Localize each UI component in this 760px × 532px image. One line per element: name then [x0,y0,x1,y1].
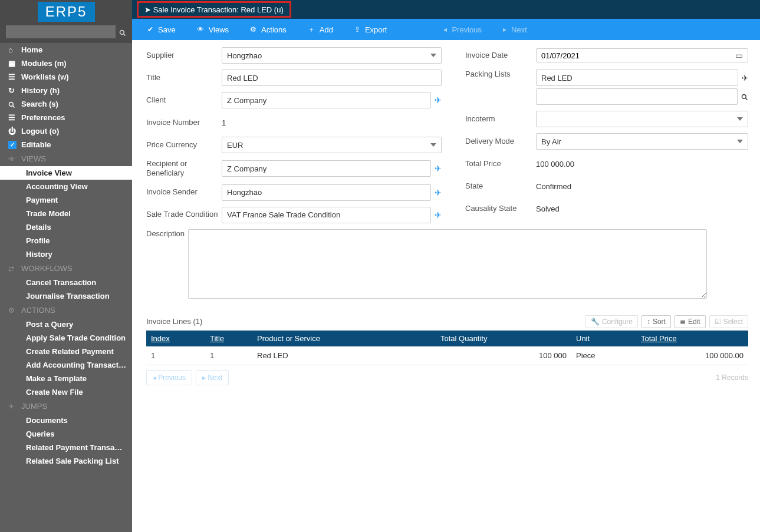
wf-journalise-transaction[interactable]: Journalise Transaction [0,289,132,303]
client-input[interactable] [222,92,431,108]
nav-main: ⌂Home ▦Modules (m) ☰Worklists (w) ↻Histo… [0,43,132,151]
nav-worklists[interactable]: ☰Worklists (w) [0,70,132,84]
search-icon[interactable] [741,92,748,101]
col-title[interactable]: Title [205,331,252,346]
recipient-input[interactable] [222,160,431,177]
main: ➤ Sale Invoice Transaction: Red LED (u) … [132,0,760,532]
invoice-date-field[interactable] [541,51,735,60]
label-title: Title [146,73,222,82]
jump-related-packing-list[interactable]: Related Sale Packing List [0,454,132,468]
svg-line-1 [124,34,126,35]
ac-create-new-file[interactable]: Create New File [0,385,132,399]
title-input[interactable] [222,70,442,86]
label-supplier: Supplier [146,51,222,60]
form-left-column: Supplier Hongzhao Title Client ✈ [146,47,442,305]
col-unit[interactable]: Unit [571,331,636,346]
sort-button[interactable]: ↕Sort [641,315,671,328]
ac-make-template[interactable]: Make a Template [0,372,132,385]
table-row[interactable]: 1 1 Red LED 100 000 Piece 100 000.00 [146,346,748,365]
packing-list-input-1[interactable] [536,70,738,86]
nav-logout[interactable]: ⏻Logout (o) [0,124,132,138]
check-square-icon: ☑ [715,318,721,326]
ac-post-query[interactable]: Post a Query [0,318,132,331]
view-profile[interactable]: Profile [0,234,132,247]
delivery-mode-select[interactable]: By Air [536,133,748,150]
incoterm-select[interactable] [536,111,748,127]
state-value: Confirmed [536,180,571,193]
nav-history[interactable]: ↻History (h) [0,84,132,97]
label-client: Client [146,95,222,105]
search-input[interactable] [6,25,116,38]
add-button[interactable]: ＋Add [297,25,344,35]
col-index[interactable]: Index [146,331,205,346]
ac-apply-sale-trade[interactable]: Apply Sale Trade Condition [0,331,132,345]
section-views: 👁VIEWS [0,151,132,166]
workflows-list: Cancel Transaction Journalise Transactio… [0,276,132,303]
export-button[interactable]: ⇪Export [344,25,398,34]
price-currency-select[interactable]: EUR [222,137,442,153]
nav-search[interactable]: Search (s) [0,97,132,111]
label-total-price: Total Price [465,159,536,168]
col-product[interactable]: Product or Service [252,331,436,346]
save-button[interactable]: ✔Save [137,25,186,34]
view-payment[interactable]: Payment [0,193,132,207]
invoice-date-input[interactable]: ▭ [536,48,748,62]
invoice-sender-input[interactable] [222,184,431,201]
view-details[interactable]: Details [0,220,132,234]
nav-home[interactable]: ⌂Home [0,43,132,57]
nav-preferences[interactable]: ☰Preferences [0,111,132,124]
form: Supplier Hongzhao Title Client ✈ [146,47,748,305]
search-icon[interactable] [116,27,126,37]
view-invoice-view[interactable]: Invoice View [0,166,132,180]
wf-cancel-transaction[interactable]: Cancel Transaction [0,276,132,289]
view-accounting-view[interactable]: Accounting View [0,180,132,193]
logo: ERP5 [38,2,95,22]
label-invoice-date: Invoice Date [465,51,536,60]
svg-point-2 [9,102,14,106]
search-nav-icon [8,100,21,108]
cogs-icon: ⚙ [8,306,21,315]
col-price[interactable]: Total Price [636,331,748,346]
packing-list-input-2[interactable] [536,88,738,105]
views-button[interactable]: 👁Views [186,25,239,34]
label-description: Description [146,229,188,239]
titlebar: ➤ Sale Invoice Transaction: Red LED (u) [132,0,760,19]
cell-index: 1 [146,346,205,365]
plane-icon[interactable]: ✈ [435,188,442,197]
logo-wrap: ERP5 [0,0,132,22]
plane-icon[interactable]: ✈ [435,95,442,105]
plane-icon[interactable]: ✈ [742,74,748,82]
ac-create-related-payment[interactable]: Create Related Payment [0,345,132,358]
jump-related-payment[interactable]: Related Payment Transaction [0,441,132,454]
view-trade-model[interactable]: Trade Model [0,207,132,220]
label-packing-lists: Packing Lists [465,70,536,79]
cogs-icon: ⚙ [250,25,256,34]
pager-next[interactable]: ▸ Next [196,370,229,385]
view-history[interactable]: History [0,247,132,261]
breadcrumb[interactable]: ➤ Sale Invoice Transaction: Red LED (u) [137,1,291,18]
next-button[interactable]: ▸Next [492,25,538,34]
actions-button[interactable]: ⚙Actions [239,25,297,34]
ac-add-accounting-line[interactable]: Add Accounting Transaction L... [0,358,132,372]
description-textarea[interactable] [188,229,707,299]
configure-button[interactable]: 🔧Configure [585,315,638,328]
calendar-icon[interactable]: ▭ [735,51,743,60]
nav-editable[interactable]: ✓Editable [0,138,132,151]
plane-icon[interactable]: ✈ [435,210,442,220]
jump-documents[interactable]: Documents [0,414,132,427]
supplier-select[interactable]: Hongzhao [222,47,442,64]
nav-modules[interactable]: ▦Modules (m) [0,57,132,70]
chevron-right-icon: ▸ [202,374,208,382]
search-wrap [0,22,132,43]
check-icon[interactable]: ✓ [8,141,17,149]
label-incoterm: Incoterm [465,114,536,124]
label-invoice-sender: Invoice Sender [146,187,222,197]
previous-button[interactable]: ◂Previous [433,25,492,34]
col-qty[interactable]: Total Quantity [436,331,571,346]
plane-icon[interactable]: ✈ [435,164,442,173]
sale-trade-input[interactable] [222,207,431,223]
pager-previous[interactable]: ◂ Previous [146,370,192,385]
jump-queries[interactable]: Queries [0,427,132,441]
select-button[interactable]: ☑Select [709,315,748,328]
edit-button[interactable]: ≣Edit [675,315,706,328]
